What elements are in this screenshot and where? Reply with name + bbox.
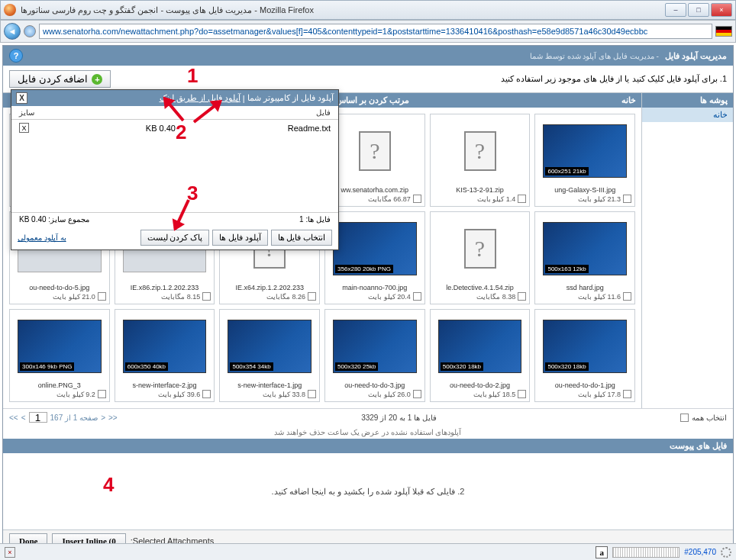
upload-tab-link[interactable]: آپلود فایل از طریق لینک xyxy=(160,93,240,103)
add-file-button[interactable]: + اضافه کردن فایل xyxy=(9,70,111,88)
thumbnail[interactable]: 356x280 20kb PNGmain-noanno-700.jpg20.4 … xyxy=(324,211,425,304)
alexa-icon[interactable]: a xyxy=(596,546,608,558)
thumbnail[interactable]: 500x320 25kbou-need-to-do-3.jpg26.0 کیلو… xyxy=(324,309,425,402)
total-size: مجموع سایز: KB 0.40 xyxy=(19,215,89,224)
thumbnail[interactable]: 500x320 18kbou-need-to-do-1.jpg17.8 کیلو… xyxy=(534,309,635,402)
status-rank: #205,470 xyxy=(684,548,716,556)
window-titlebar: مدیریت فایل های پیوست - انجمن گفتگو و چت… xyxy=(0,0,736,20)
thumbnail[interactable]: 600x350 40kbs-new-interface-2.jpg39.6 کی… xyxy=(115,309,215,402)
file-name: Readme.txt xyxy=(288,124,331,133)
thumb-filename: KIS-13-2-91.zip xyxy=(434,185,527,194)
cleanup-notice: آپلودهای استفاده نشده در عرض یک ساعت حذف… xyxy=(3,426,733,439)
thumb-size: 9.2 کیلو بایت xyxy=(56,391,95,398)
thumbnail[interactable]: 500x320 18kbou-need-to-do-2.jpg18.5 کیلو… xyxy=(430,309,531,402)
select-all-label: انتخاب همه xyxy=(692,414,727,422)
thumb-filename: ou-need-to-do-5.jpg xyxy=(13,282,106,291)
th-size: سایز xyxy=(19,108,34,117)
clear-list-button[interactable]: پاک کردن لیست xyxy=(140,230,210,246)
thumb-size: 17.8 کیلو بایت xyxy=(578,391,621,398)
select-all-checkbox[interactable] xyxy=(680,414,689,422)
thumb-filename: main-noanno-700.jpg xyxy=(328,282,421,291)
thumb-checkbox[interactable] xyxy=(623,390,631,398)
thumb-size: 21.3 کیلو بایت xyxy=(578,195,621,203)
pager-next[interactable]: > xyxy=(101,414,105,422)
upload-tab-computer[interactable]: آپلود فایل از کامپیوتر شما xyxy=(247,93,334,103)
pager-first[interactable]: << xyxy=(9,414,18,422)
close-button[interactable]: × xyxy=(711,3,732,17)
gear-icon[interactable] xyxy=(721,547,731,558)
thumb-filename: online.PNG_3 xyxy=(13,380,106,389)
thumbnail[interactable]: ?ww.senatorha.com.zip66.87 مگابایت xyxy=(324,114,425,207)
drop-zone[interactable]: 2. فایلی که قبلا آپلود شده را بکشید و به… xyxy=(3,453,733,529)
thumbnail[interactable]: 600x251 21kbung-Galaxy-S-III.jpg21.3 کیل… xyxy=(534,114,635,207)
pager-of: صفحه 1 از 167 xyxy=(50,414,98,422)
thumbnail[interactable]: ?KIS-13-2-91.zip1.4 کیلو بایت xyxy=(430,114,531,207)
thumb-size: 11.6 کیلو بایت xyxy=(578,293,621,301)
dialog-close-button[interactable]: X xyxy=(16,92,27,104)
thumb-checkbox[interactable] xyxy=(518,292,526,301)
file-size: KB 0.40 xyxy=(146,124,176,133)
breadcrumb-home[interactable]: خانه xyxy=(621,95,636,105)
remove-file-button[interactable]: X xyxy=(19,123,29,133)
thumb-size: 1.4 کیلو بایت xyxy=(477,195,516,203)
thumb-checkbox[interactable] xyxy=(98,390,106,398)
url-field[interactable]: www.senatorha.com/newattachment.php?do=a… xyxy=(39,24,712,39)
panel-subtitle: - مدیریت فایل های آپلود شده توسط شما xyxy=(530,52,659,60)
thumb-checkbox[interactable] xyxy=(413,195,421,203)
thumb-filename: 1.2.202.233.IE.x86.zip xyxy=(118,282,211,291)
url-toolbar: ◄ www.senatorha.com/newattachment.php?do… xyxy=(0,20,736,43)
plus-icon: + xyxy=(92,74,102,85)
minimize-button[interactable]: – xyxy=(665,3,686,17)
pager-page-input[interactable] xyxy=(29,412,47,423)
activity-graph xyxy=(612,547,680,558)
window-title: مدیریت فایل های پیوست - انجمن گفتگو و چت… xyxy=(21,5,665,15)
folder-home[interactable]: خانه xyxy=(642,108,733,122)
thumb-checkbox[interactable] xyxy=(413,292,421,301)
thumb-size: 8.38 مگابایت xyxy=(476,293,515,301)
thumb-checkbox[interactable] xyxy=(518,390,526,398)
thumb-checkbox[interactable] xyxy=(308,292,316,301)
folders-sidebar: پوشه ها خانه xyxy=(641,93,733,408)
pager-row: انتخاب همه فایل ها 1 به 20 از 3329 << < … xyxy=(3,408,733,426)
drop-text: 2. فایلی که قبلا آپلود شده را بکشید و به… xyxy=(272,487,465,497)
help-icon[interactable]: ? xyxy=(9,49,23,63)
thumbnail[interactable]: 500x354 34kbs-new-interface-1.jpg33.8 کی… xyxy=(219,309,320,402)
select-files-button[interactable]: انتخاب فایل ها xyxy=(271,230,333,246)
thumbnail[interactable]: 300x146 9kb PNGonline.PNG_39.2 کیلو بایت xyxy=(9,309,110,402)
thumb-size: 39.6 کیلو بایت xyxy=(158,391,201,398)
maximize-button[interactable]: □ xyxy=(688,3,709,17)
thumb-checkbox[interactable] xyxy=(308,390,316,398)
thumb-checkbox[interactable] xyxy=(202,292,211,301)
thumb-checkbox[interactable] xyxy=(518,195,526,203)
thumb-checkbox[interactable] xyxy=(623,292,631,301)
thumb-size: 66.87 مگابایت xyxy=(368,195,411,203)
thumb-filename: s-new-interface-2.jpg xyxy=(118,380,211,389)
language-flag-icon[interactable] xyxy=(715,26,732,37)
instruction-text: 1. برای آپلود فایل کلیک کنید یا از فایل … xyxy=(501,74,727,84)
thumb-checkbox[interactable] xyxy=(202,390,211,398)
thumb-checkbox[interactable] xyxy=(623,195,631,203)
site-identity-icon[interactable] xyxy=(24,25,36,37)
thumb-filename: ou-need-to-do-2.jpg xyxy=(434,380,527,389)
panel-title: مدیریت آپلود فایل xyxy=(665,51,727,61)
pager-last[interactable]: >> xyxy=(108,414,118,422)
thumb-filename: 1.2.202.233.IE.x64.zip xyxy=(223,282,316,291)
thumbnail[interactable]: ?le.Detective.4.1.54.zip8.38 مگابایت xyxy=(430,211,531,304)
thumb-size: 18.5 کیلو بایت xyxy=(473,391,516,398)
th-file: فایل xyxy=(316,108,331,117)
thumb-filename: ou-need-to-do-1.jpg xyxy=(538,380,631,389)
stop-icon[interactable]: × xyxy=(5,547,15,558)
upload-files-button[interactable]: آپلود فایل ها xyxy=(212,230,268,246)
upload-dialog: آپلود فایل از کامپیوتر شما | آپلود فایل … xyxy=(11,89,339,250)
back-button[interactable]: ◄ xyxy=(4,23,21,40)
showing-info: فایل ها 1 به 20 از 3329 xyxy=(361,414,437,422)
thumb-filename: ssd hard.jpg xyxy=(538,282,631,291)
thumbnail[interactable]: 500x163 12kbssd hard.jpg11.6 کیلو بایت xyxy=(534,211,635,304)
folders-header: پوشه ها xyxy=(642,93,733,108)
thumb-filename: ung-Galaxy-S-III.jpg xyxy=(538,185,631,194)
thumb-checkbox[interactable] xyxy=(413,390,421,398)
thumb-checkbox[interactable] xyxy=(98,292,106,301)
firefox-icon xyxy=(4,4,16,16)
pager-prev[interactable]: < xyxy=(21,414,26,422)
switch-uploader-link[interactable]: به آپلود معمولی xyxy=(18,233,66,242)
